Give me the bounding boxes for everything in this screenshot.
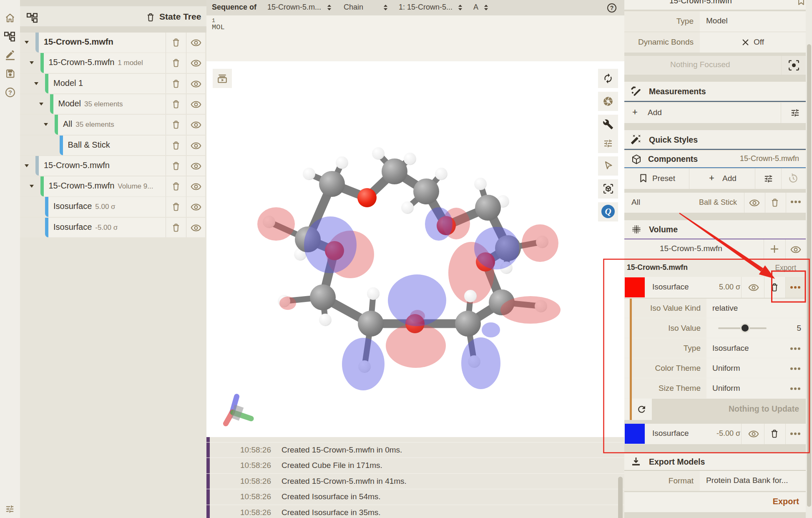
svg-text:?: ? — [610, 5, 614, 11]
svg-text:?: ? — [8, 89, 12, 96]
